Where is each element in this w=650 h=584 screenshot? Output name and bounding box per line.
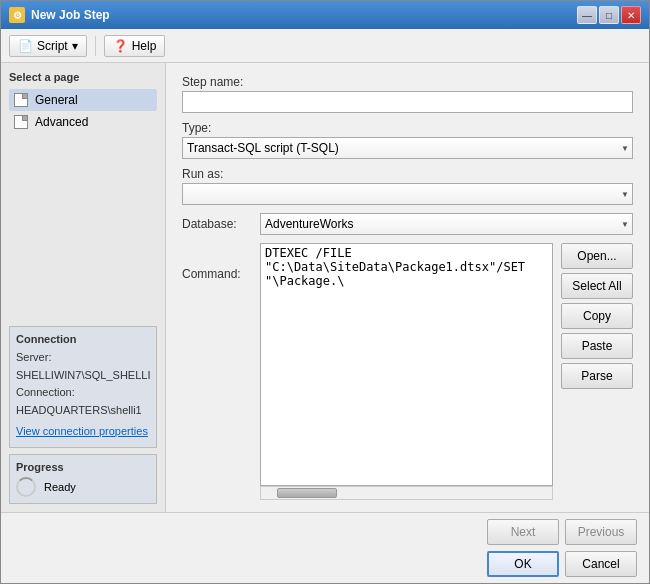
db-labels-col: Database: Command: xyxy=(182,213,252,500)
help-label: Help xyxy=(132,39,157,53)
title-bar-controls: — □ ✕ xyxy=(577,6,641,24)
view-properties-link[interactable]: View connection properties xyxy=(16,425,148,437)
content-area: Select a page General Advanced Connectio… xyxy=(1,63,649,512)
sidebar-item-advanced-label: Advanced xyxy=(35,115,88,129)
window-title: New Job Step xyxy=(31,8,110,22)
action-buttons: OK Cancel xyxy=(13,551,637,577)
select-all-button[interactable]: Select All xyxy=(561,273,633,299)
command-textarea[interactable]: DTEXEC /FILE "C:\Data\SiteData\Package1.… xyxy=(260,243,553,486)
window-icon: ⚙ xyxy=(9,7,25,23)
server-value: SHELLIWIN7\SQL_SHELLI xyxy=(16,367,150,385)
sidebar-item-advanced[interactable]: Advanced xyxy=(9,111,157,133)
script-button[interactable]: 📄 Script ▾ xyxy=(9,35,87,57)
connection-section: Connection Server: SHELLIWIN7\SQL_SHELLI… xyxy=(9,326,157,448)
help-button[interactable]: ❓ Help xyxy=(104,35,166,57)
type-label: Type: xyxy=(182,121,633,135)
step-name-group: Step name: xyxy=(182,75,633,113)
general-page-icon xyxy=(13,92,29,108)
command-label: Command: xyxy=(182,267,252,281)
database-select-wrapper: AdventureWorks xyxy=(260,213,633,235)
run-as-select-wrapper xyxy=(182,183,633,205)
sidebar-item-general[interactable]: General xyxy=(9,89,157,111)
main-panel: Step name: Type: Transact-SQL script (T-… xyxy=(166,63,649,512)
command-area-wrapper: DTEXEC /FILE "C:\Data\SiteData\Package1.… xyxy=(260,243,633,500)
progress-section: Progress Ready xyxy=(9,454,157,504)
type-group: Type: Transact-SQL script (T-SQL) xyxy=(182,121,633,159)
progress-status-row: Ready xyxy=(16,477,150,497)
parse-button[interactable]: Parse xyxy=(561,363,633,389)
db-controls-col: AdventureWorks DTEXEC /FILE "C:\Data\Sit… xyxy=(260,213,633,500)
server-label: Server: xyxy=(16,349,150,367)
open-button[interactable]: Open... xyxy=(561,243,633,269)
bottom-bar: Next Previous OK Cancel xyxy=(1,512,649,583)
database-select[interactable]: AdventureWorks xyxy=(260,213,633,235)
copy-button[interactable]: Copy xyxy=(561,303,633,329)
help-icon: ❓ xyxy=(113,39,128,53)
sidebar-item-general-label: General xyxy=(35,93,78,107)
title-bar: ⚙ New Job Step — □ ✕ xyxy=(1,1,649,29)
connection-header: Connection xyxy=(16,333,150,345)
database-label: Database: xyxy=(182,217,252,231)
toolbar-separator xyxy=(95,36,96,56)
progress-status: Ready xyxy=(44,481,76,493)
next-button[interactable]: Next xyxy=(487,519,559,545)
type-select[interactable]: Transact-SQL script (T-SQL) xyxy=(182,137,633,159)
type-select-wrapper: Transact-SQL script (T-SQL) xyxy=(182,137,633,159)
cancel-button[interactable]: Cancel xyxy=(565,551,637,577)
progress-header: Progress xyxy=(16,461,150,473)
select-page-label: Select a page xyxy=(9,71,157,83)
database-row: AdventureWorks xyxy=(260,213,633,235)
script-icon: 📄 xyxy=(18,39,33,53)
connection-content: Server: SHELLIWIN7\SQL_SHELLI Connection… xyxy=(16,349,150,441)
close-button[interactable]: ✕ xyxy=(621,6,641,24)
maximize-button[interactable]: □ xyxy=(599,6,619,24)
sidebar: Select a page General Advanced Connectio… xyxy=(1,63,166,512)
run-as-select[interactable] xyxy=(182,183,633,205)
new-job-step-window: ⚙ New Job Step — □ ✕ 📄 Script ▾ ❓ Help S… xyxy=(0,0,650,584)
step-name-input[interactable] xyxy=(182,91,633,113)
spinner-icon xyxy=(16,477,36,497)
nav-buttons: Next Previous xyxy=(13,519,637,545)
horizontal-scrollbar[interactable] xyxy=(260,486,553,500)
script-label: Script xyxy=(37,39,68,53)
step-name-label: Step name: xyxy=(182,75,633,89)
previous-button[interactable]: Previous xyxy=(565,519,637,545)
toolbar: 📄 Script ▾ ❓ Help xyxy=(1,29,649,63)
title-bar-left: ⚙ New Job Step xyxy=(9,7,110,23)
paste-button[interactable]: Paste xyxy=(561,333,633,359)
minimize-button[interactable]: — xyxy=(577,6,597,24)
run-as-label: Run as: xyxy=(182,167,633,181)
advanced-page-icon xyxy=(13,114,29,130)
connection-value: HEADQUARTERS\shelli1 xyxy=(16,402,150,420)
run-as-group: Run as: xyxy=(182,167,633,205)
command-buttons-col: Open... Select All Copy Paste Parse xyxy=(561,243,633,500)
connection-label: Connection: xyxy=(16,384,150,402)
ok-button[interactable]: OK xyxy=(487,551,559,577)
db-command-row: Database: Command: AdventureWorks xyxy=(182,213,633,500)
script-dropdown-arrow[interactable]: ▾ xyxy=(72,39,78,53)
scrollbar-thumb[interactable] xyxy=(277,488,337,498)
